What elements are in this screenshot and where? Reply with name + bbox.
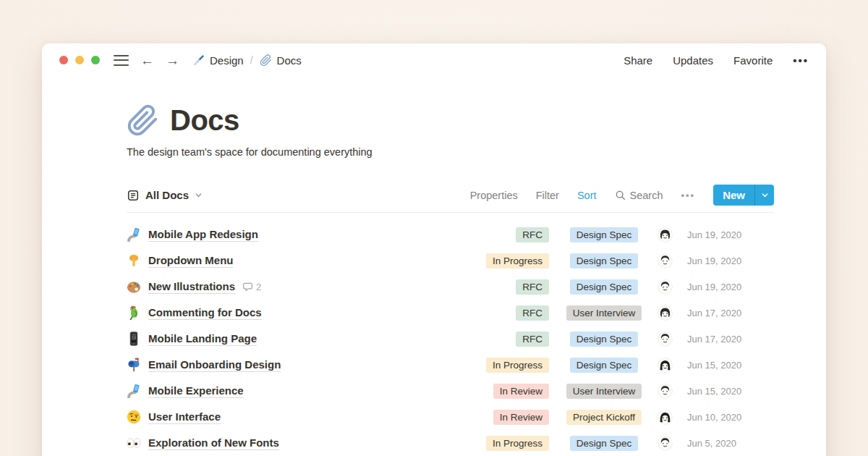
breadcrumb-item-design[interactable]: Design: [192, 54, 244, 67]
page-subtitle[interactable]: The design team's space for documenting …: [127, 146, 774, 158]
status-tag[interactable]: RFC: [516, 305, 549, 321]
status-tag[interactable]: In Progress: [486, 253, 549, 269]
avatar[interactable]: [658, 227, 673, 242]
page-title[interactable]: Docs: [170, 104, 239, 137]
paperclip-icon: [260, 54, 272, 67]
edited-date[interactable]: Jun 19, 2020: [687, 256, 774, 266]
raised-eyebrow-icon: [127, 410, 141, 424]
paperclip-icon: [127, 104, 159, 137]
status-tag[interactable]: RFC: [516, 279, 549, 295]
share-button[interactable]: Share: [624, 54, 652, 67]
back-arrow-icon[interactable]: ←: [140, 54, 154, 67]
new-button-label[interactable]: New: [713, 185, 754, 206]
doc-title[interactable]: Exploration of New Fonts: [148, 436, 279, 450]
doc-title[interactable]: Dropdown Menu: [148, 254, 233, 268]
table-row[interactable]: New Illustrations 2 RFC Design Spec Jun …: [127, 274, 774, 300]
updates-button[interactable]: Updates: [673, 54, 713, 67]
doc-title[interactable]: Mobile App Redesign: [148, 228, 258, 242]
favorite-button[interactable]: Favorite: [733, 54, 773, 67]
comment-count[interactable]: 2: [242, 282, 261, 292]
edited-date[interactable]: Jun 19, 2020: [687, 282, 774, 292]
search-icon: [615, 190, 626, 200]
pointing-down-icon: [127, 253, 141, 268]
sort-button[interactable]: Sort: [577, 190, 597, 201]
status-tag[interactable]: RFC: [516, 332, 549, 347]
type-tag[interactable]: Design Spec: [570, 358, 639, 373]
avatar[interactable]: [658, 384, 673, 399]
more-menu-button[interactable]: •••: [793, 54, 809, 67]
table-row[interactable]: Mobile Experience In Review User Intervi…: [127, 378, 774, 404]
app-window: ← → Design / Docs Share Updates Favorite…: [42, 43, 826, 456]
avatar[interactable]: [658, 332, 673, 347]
window-controls: [59, 56, 100, 64]
type-tag[interactable]: Design Spec: [570, 227, 639, 242]
selfie-icon: [127, 384, 141, 398]
view-switcher[interactable]: All Docs: [127, 189, 203, 202]
avatar[interactable]: [658, 253, 673, 269]
avatar[interactable]: [658, 279, 673, 295]
edited-date[interactable]: Jun 17, 2020: [687, 308, 774, 318]
new-button[interactable]: New: [713, 185, 774, 206]
type-tag[interactable]: User Interview: [566, 305, 642, 321]
table-row[interactable]: Dropdown Menu In Progress Design Spec Ju…: [127, 248, 774, 274]
table-row[interactable]: Mobile Landing Page RFC Design Spec Jun …: [127, 326, 774, 352]
filter-button[interactable]: Filter: [536, 190, 559, 201]
mailbox-icon: [127, 358, 141, 372]
avatar[interactable]: [658, 358, 673, 373]
zoom-window-button[interactable]: [91, 56, 100, 64]
type-tag[interactable]: Design Spec: [570, 279, 639, 295]
new-button-dropdown[interactable]: [755, 185, 774, 206]
search-button[interactable]: Search: [615, 190, 663, 201]
status-tag[interactable]: In Progress: [486, 358, 549, 373]
breadcrumb-item-docs[interactable]: Docs: [260, 54, 302, 67]
breadcrumb-separator: /: [250, 54, 253, 66]
comment-icon: [242, 282, 253, 292]
type-tag[interactable]: Design Spec: [570, 253, 639, 269]
doc-title[interactable]: New Illustrations: [148, 280, 235, 294]
table-row[interactable]: Commenting for Docs RFC User Interview J…: [127, 300, 774, 326]
type-tag[interactable]: Design Spec: [570, 332, 639, 347]
doc-title[interactable]: Commenting for Docs: [148, 306, 262, 320]
sidebar-menu-icon[interactable]: [114, 55, 129, 66]
properties-button[interactable]: Properties: [470, 190, 518, 201]
type-tag[interactable]: Project Kickoff: [566, 410, 642, 425]
view-toolbar: All Docs Properties Filter Sort Search •…: [127, 185, 774, 213]
close-window-button[interactable]: [59, 56, 68, 64]
avatar[interactable]: [658, 305, 673, 321]
table-row[interactable]: Exploration of New Fonts In Progress Des…: [127, 430, 774, 456]
table-row[interactable]: Mobile App Redesign RFC Design Spec Jun …: [127, 221, 774, 248]
edited-date[interactable]: Jun 17, 2020: [687, 334, 774, 345]
edited-date[interactable]: Jun 15, 2020: [687, 386, 774, 397]
forward-arrow-icon[interactable]: →: [166, 54, 179, 67]
doc-title[interactable]: User Interface: [148, 410, 221, 424]
edited-date[interactable]: Jun 10, 2020: [687, 412, 774, 423]
selfie-icon: [127, 227, 141, 242]
avatar[interactable]: [658, 410, 673, 425]
status-tag[interactable]: In Review: [493, 410, 549, 425]
edited-date[interactable]: Jun 15, 2020: [687, 360, 774, 371]
status-tag[interactable]: RFC: [516, 227, 549, 242]
breadcrumb-label: Docs: [277, 54, 302, 67]
doc-title[interactable]: Email Onboarding Design: [148, 358, 281, 372]
chevron-down-icon: [761, 191, 769, 199]
type-tag[interactable]: Design Spec: [570, 436, 639, 451]
type-tag[interactable]: User Interview: [566, 384, 642, 399]
minimize-window-button[interactable]: [75, 56, 84, 64]
window-topbar: ← → Design / Docs Share Updates Favorite…: [42, 43, 826, 77]
edited-date[interactable]: Jun 19, 2020: [687, 229, 774, 240]
doc-title[interactable]: Mobile Landing Page: [148, 332, 257, 346]
table-row[interactable]: User Interface In Review Project Kickoff…: [127, 404, 774, 430]
table-row[interactable]: Email Onboarding Design In Progress Desi…: [127, 352, 774, 378]
docs-table: Mobile App Redesign RFC Design Spec Jun …: [127, 221, 774, 456]
edited-date[interactable]: Jun 5, 2020: [687, 438, 774, 449]
toolbar-more-button[interactable]: •••: [681, 190, 696, 200]
parrot-icon: [127, 305, 141, 320]
doc-title[interactable]: Mobile Experience: [148, 384, 244, 398]
palette-icon: [127, 279, 141, 294]
avatar[interactable]: [658, 436, 673, 451]
breadcrumb: Design / Docs: [192, 54, 302, 67]
status-tag[interactable]: In Progress: [486, 436, 549, 451]
paintbrush-icon: [192, 54, 205, 67]
eyes-icon: [127, 436, 141, 450]
status-tag[interactable]: In Review: [493, 384, 549, 399]
